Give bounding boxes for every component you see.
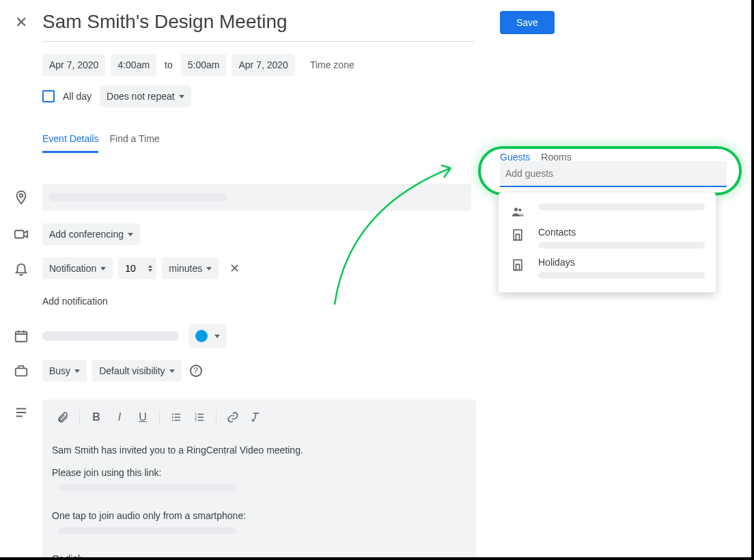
guest-suggestions-panel: Contacts Holidays bbox=[499, 193, 716, 292]
people-icon bbox=[509, 204, 526, 219]
availability-dropdown[interactable]: Busy bbox=[42, 360, 87, 382]
room-icon bbox=[509, 227, 526, 242]
suggestion-label: Contacts bbox=[538, 227, 705, 238]
tab-find-time[interactable]: Find a Time bbox=[109, 133, 159, 153]
svg-point-0 bbox=[20, 194, 23, 197]
svg-point-6 bbox=[172, 419, 173, 421]
suggestion-label: Holidays bbox=[538, 257, 705, 268]
link-icon[interactable] bbox=[222, 406, 244, 428]
attach-icon[interactable] bbox=[52, 406, 74, 428]
calendar-icon bbox=[0, 328, 42, 344]
svg-point-4 bbox=[172, 413, 173, 415]
suggestion-item[interactable]: Contacts bbox=[507, 223, 708, 253]
start-time-chip[interactable]: 4:00am bbox=[111, 54, 156, 76]
description-editor[interactable]: B I U 123 Sam Smith has invited you to a… bbox=[42, 400, 476, 560]
add-guests-input[interactable] bbox=[500, 161, 727, 187]
list-bullet-icon[interactable] bbox=[165, 406, 187, 428]
calendar-select[interactable] bbox=[42, 331, 179, 341]
description-content[interactable]: Sam Smith has invited you to a RingCentr… bbox=[42, 435, 476, 560]
notification-unit-label: minutes bbox=[169, 263, 202, 274]
desc-line: One tap to join audio only from a smartp… bbox=[52, 509, 466, 523]
room-icon bbox=[509, 257, 526, 272]
svg-point-17 bbox=[518, 208, 521, 211]
svg-rect-7 bbox=[175, 414, 180, 415]
repeat-label: Does not repeat bbox=[107, 91, 175, 102]
chevron-down-icon bbox=[100, 267, 106, 270]
close-icon[interactable]: ✕ bbox=[15, 14, 27, 31]
notification-value: 10 bbox=[125, 263, 136, 274]
tab-event-details[interactable]: Event Details bbox=[42, 133, 98, 153]
desc-line: Sam Smith has invited you to a RingCentr… bbox=[52, 443, 466, 458]
chevron-down-icon bbox=[74, 369, 80, 373]
chevron-down-icon bbox=[206, 267, 212, 270]
list-number-icon[interactable]: 123 bbox=[188, 406, 210, 428]
svg-point-16 bbox=[514, 208, 518, 211]
editor-toolbar: B I U 123 bbox=[42, 400, 476, 435]
description-icon bbox=[0, 397, 42, 420]
underline-icon[interactable]: U bbox=[132, 406, 154, 428]
svg-rect-12 bbox=[198, 420, 204, 421]
notification-type-dropdown[interactable]: Notification bbox=[42, 257, 113, 279]
svg-rect-8 bbox=[175, 417, 180, 418]
notification-type-label: Notification bbox=[49, 263, 96, 274]
chevron-down-icon bbox=[128, 233, 133, 236]
svg-rect-3 bbox=[16, 368, 27, 376]
chevron-down-icon bbox=[169, 369, 175, 373]
desc-line: Or dial: bbox=[52, 552, 466, 560]
svg-text:3: 3 bbox=[195, 419, 197, 422]
repeat-dropdown[interactable]: Does not repeat bbox=[100, 85, 191, 107]
add-conferencing-dropdown[interactable]: Add conferencing bbox=[42, 223, 140, 245]
svg-rect-2 bbox=[16, 332, 27, 342]
timezone-link[interactable]: Time zone bbox=[310, 59, 354, 70]
add-conferencing-label: Add conferencing bbox=[49, 229, 124, 240]
save-button[interactable]: Save bbox=[500, 11, 555, 34]
color-picker[interactable] bbox=[188, 324, 227, 348]
svg-rect-9 bbox=[175, 420, 180, 421]
event-title-input[interactable] bbox=[42, 8, 474, 42]
end-date-chip[interactable]: Apr 7, 2020 bbox=[232, 54, 294, 76]
allday-checkbox[interactable] bbox=[42, 90, 55, 102]
help-icon[interactable]: ? bbox=[190, 365, 202, 377]
datetime-row: Apr 7, 2020 4:00am to 5:00am Apr 7, 2020… bbox=[42, 54, 479, 76]
allday-label: All day bbox=[63, 91, 92, 102]
briefcase-icon bbox=[0, 363, 42, 378]
end-time-chip[interactable]: 5:00am bbox=[181, 54, 227, 76]
video-icon bbox=[0, 227, 42, 242]
suggestion-item[interactable] bbox=[507, 199, 708, 223]
remove-notification-button[interactable]: ✕ bbox=[224, 258, 245, 279]
svg-rect-1 bbox=[15, 231, 24, 238]
desc-line: Please join using this link: bbox=[52, 466, 466, 480]
notification-unit-dropdown[interactable]: minutes bbox=[162, 257, 219, 279]
to-label: to bbox=[162, 59, 176, 70]
color-swatch bbox=[195, 330, 208, 342]
chevron-down-icon bbox=[214, 335, 220, 338]
visibility-dropdown[interactable]: Default visibility bbox=[92, 360, 181, 382]
italic-icon[interactable]: I bbox=[109, 406, 130, 428]
visibility-label: Default visibility bbox=[99, 365, 165, 376]
availability-label: Busy bbox=[49, 365, 70, 376]
location-icon bbox=[0, 190, 42, 205]
svg-rect-11 bbox=[198, 417, 204, 418]
chevron-down-icon bbox=[179, 95, 184, 98]
suggestion-item[interactable]: Holidays bbox=[507, 253, 708, 283]
location-input[interactable] bbox=[42, 184, 471, 211]
add-notification-link[interactable]: Add notification bbox=[42, 296, 108, 307]
svg-rect-10 bbox=[198, 414, 204, 415]
notification-value-input[interactable]: 10 bbox=[118, 257, 156, 279]
start-date-chip[interactable]: Apr 7, 2020 bbox=[42, 54, 105, 76]
bell-icon bbox=[0, 261, 42, 276]
clear-format-icon[interactable] bbox=[245, 406, 267, 428]
bold-icon[interactable]: B bbox=[85, 406, 107, 428]
svg-point-5 bbox=[172, 417, 173, 418]
